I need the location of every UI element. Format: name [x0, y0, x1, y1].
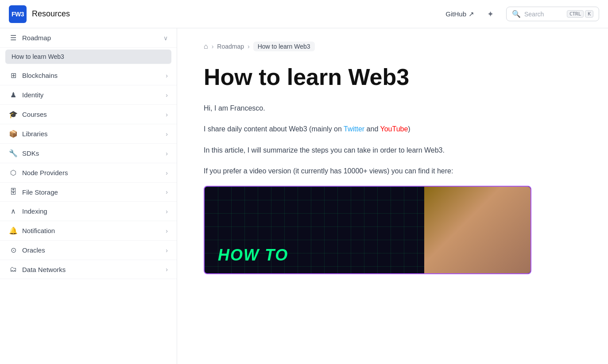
sidebar-item-identity-label: Identity [22, 91, 43, 99]
sdks-icon: 🔧 [9, 149, 18, 157]
github-external-icon: ↗ [469, 10, 474, 18]
breadcrumb-separator-2: › [248, 43, 250, 50]
data-networks-chevron-icon: › [166, 266, 168, 273]
theme-icon: ✦ [487, 9, 494, 19]
node-providers-icon: ⬡ [9, 169, 18, 177]
blockchains-icon: ⊞ [9, 71, 18, 80]
search-icon: 🔍 [512, 10, 521, 18]
breadcrumb-home-icon[interactable]: ⌂ [204, 42, 208, 50]
site-title: Resources [32, 9, 70, 19]
video-text-overlay: HOW TO [218, 246, 288, 264]
courses-icon: 🎓 [9, 110, 18, 119]
breadcrumb: ⌂ › Roadmap › How to learn Web3 [204, 42, 581, 51]
sidebar-item-indexing[interactable]: ∧ Indexing › [0, 202, 177, 221]
video-presenter-face [424, 187, 531, 273]
blockchains-chevron-icon: › [166, 72, 168, 79]
para1-end-text: ) [408, 125, 410, 133]
sidebar-item-node-providers-label: Node Providers [22, 169, 68, 176]
k-key: K [585, 10, 593, 18]
sidebar-item-oracles[interactable]: ⊙ Oracles › [0, 241, 177, 260]
sidebar-item-blockchains-label: Blockchains [22, 72, 58, 79]
para1-mid-text: and [364, 125, 380, 133]
sidebar-item-roadmap-label: Roadmap [22, 34, 51, 42]
sidebar-item-data-networks[interactable]: 🗂 Data Networks › [0, 260, 177, 279]
video-intro-paragraph: If you prefer a video version (it curren… [204, 165, 581, 177]
header-left: FW3 Resources [9, 5, 70, 23]
oracles-icon: ⊙ [9, 246, 18, 254]
breadcrumb-separator-1: › [212, 43, 214, 50]
node-providers-chevron-icon: › [166, 169, 168, 176]
notification-chevron-icon: › [166, 227, 168, 234]
site-header: FW3 Resources GitHub ↗ ✦ 🔍 Search CTRL K [0, 0, 608, 28]
para1-start-text: I share daily content about Web3 (mainly… [204, 125, 344, 133]
intro-paragraph: Hi, I am Francesco. [204, 102, 581, 114]
search-placeholder-text: Search [524, 11, 563, 18]
sdks-chevron-icon: › [166, 150, 168, 157]
data-networks-icon: 🗂 [9, 265, 18, 273]
sidebar-item-libraries-label: Libraries [22, 130, 48, 138]
ctrl-key: CTRL [567, 10, 584, 18]
video-embed[interactable]: HOW TO [204, 186, 531, 274]
courses-chevron-icon: › [166, 111, 168, 118]
page-title: How to learn Web3 [204, 65, 581, 90]
youtube-link[interactable]: YouTube [380, 125, 408, 133]
twitter-youtube-paragraph: I share daily content about Web3 (mainly… [204, 123, 581, 135]
sidebar-item-courses[interactable]: 🎓 Courses › [0, 105, 177, 124]
sidebar-item-how-to-learn-web3[interactable]: How to learn Web3 [5, 50, 171, 64]
sidebar-item-courses-label: Courses [22, 111, 47, 118]
identity-chevron-icon: › [166, 92, 168, 99]
search-keyboard-shortcut: CTRL K [567, 10, 593, 18]
sidebar-item-sdks[interactable]: 🔧 SDKs › [0, 144, 177, 163]
breadcrumb-roadmap[interactable]: Roadmap [217, 43, 244, 50]
sidebar-item-indexing-label: Indexing [22, 207, 47, 215]
sidebar-item-libraries[interactable]: 📦 Libraries › [0, 124, 177, 144]
sidebar-item-oracles-label: Oracles [22, 246, 45, 254]
sidebar-item-node-providers[interactable]: ⬡ Node Providers › [0, 163, 177, 183]
theme-toggle-button[interactable]: ✦ [483, 7, 497, 21]
github-link[interactable]: GitHub ↗ [445, 10, 474, 18]
summary-paragraph: In this article, I will summarize the st… [204, 144, 581, 156]
breadcrumb-current: How to learn Web3 [253, 42, 315, 51]
sidebar-item-blockchains[interactable]: ⊞ Blockchains › [0, 66, 177, 85]
twitter-link[interactable]: Twitter [344, 125, 364, 133]
sidebar-item-notification[interactable]: 🔔 Notification › [0, 221, 177, 241]
libraries-chevron-icon: › [166, 130, 168, 138]
sidebar-item-notification-label: Notification [22, 227, 55, 234]
site-logo[interactable]: FW3 [9, 5, 27, 23]
notification-icon: 🔔 [9, 226, 18, 235]
roadmap-icon: ☰ [9, 34, 18, 42]
sidebar-item-file-storage-label: File Storage [22, 188, 58, 196]
file-storage-icon: 🗄 [9, 188, 18, 196]
sidebar-item-data-networks-label: Data Networks [22, 266, 66, 273]
sidebar-item-file-storage[interactable]: 🗄 File Storage › [0, 183, 177, 202]
search-bar[interactable]: 🔍 Search CTRL K [506, 7, 599, 21]
sidebar-item-roadmap[interactable]: ☰ Roadmap ∨ [0, 28, 177, 48]
sidebar-item-sdks-label: SDKs [22, 149, 39, 157]
identity-icon: ♟ [9, 91, 18, 99]
file-storage-chevron-icon: › [166, 188, 168, 195]
github-label: GitHub [445, 10, 466, 18]
oracles-chevron-icon: › [166, 247, 168, 254]
libraries-icon: 📦 [9, 130, 18, 138]
main-content: ⌂ › Roadmap › How to learn Web3 How to l… [177, 28, 608, 364]
sidebar: ☰ Roadmap ∨ How to learn Web3 ⊞ Blockcha… [0, 28, 177, 364]
how-to-learn-web3-label: How to learn Web3 [12, 53, 64, 60]
indexing-icon: ∧ [9, 207, 18, 215]
header-right: GitHub ↗ ✦ 🔍 Search CTRL K [445, 7, 599, 21]
indexing-chevron-icon: › [166, 208, 168, 215]
roadmap-chevron-icon: ∨ [163, 34, 168, 42]
sidebar-item-identity[interactable]: ♟ Identity › [0, 85, 177, 105]
main-layout: ☰ Roadmap ∨ How to learn Web3 ⊞ Blockcha… [0, 28, 608, 364]
